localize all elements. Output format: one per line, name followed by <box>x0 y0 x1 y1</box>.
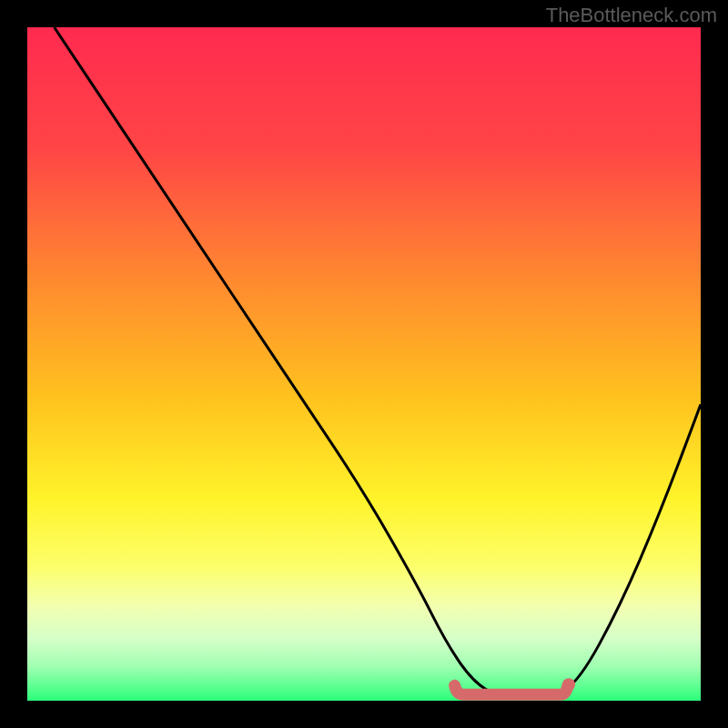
chart-background <box>27 27 701 701</box>
watermark-text: TheBottleneck.com <box>546 4 717 27</box>
chart-plot-area <box>27 27 701 701</box>
zone-end-dot <box>562 678 575 691</box>
bottleneck-chart-svg <box>27 27 701 701</box>
